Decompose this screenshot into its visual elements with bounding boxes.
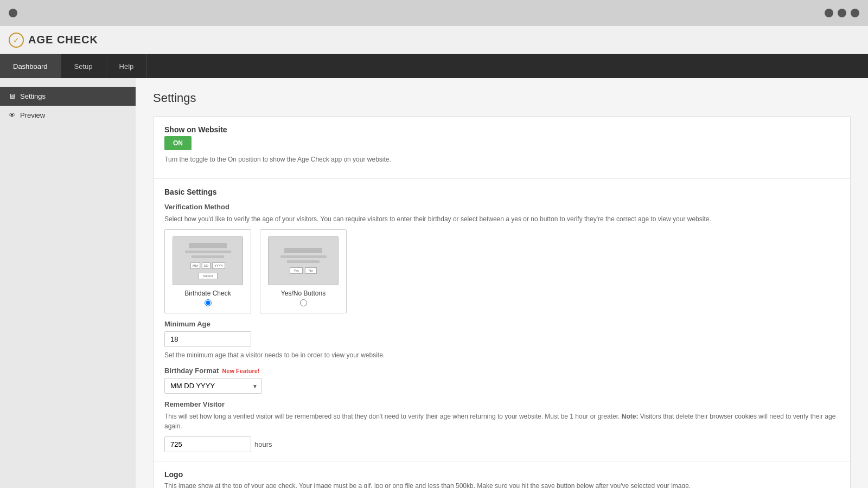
birthday-format-section: Birthday Format New Feature! MM DD YYYY …: [164, 367, 839, 394]
traffic-light-1[interactable]: [825, 9, 833, 17]
logo-section: Logo This image show at the top of your …: [154, 461, 850, 488]
verification-method: Verification Method Select how you'd lik…: [164, 203, 839, 313]
yes-no-radio[interactable]: [300, 299, 307, 306]
basic-settings-section: Basic Settings Verification Method Selec…: [154, 179, 850, 461]
show-on-website-section: Show on Website ON Turn the toggle to th…: [154, 117, 850, 179]
preview-mm: MM: [190, 262, 200, 269]
verification-options: MM DD YYYY Submit Birthdate Check: [164, 229, 839, 313]
top-bar-left: [9, 9, 17, 17]
minimum-age-desc: Set the minimum age that a visitor needs…: [164, 350, 839, 360]
nav-item-dashboard[interactable]: Dashboard: [0, 54, 61, 78]
traffic-light-2[interactable]: [838, 9, 846, 17]
preview-dd: DD: [202, 262, 211, 269]
sidebar-item-preview[interactable]: 👁 Preview: [0, 106, 136, 125]
preview-title-bar-2: [284, 248, 322, 253]
logo-bar: ✓ AGE CHECK: [0, 26, 868, 54]
sidebar-item-settings-label: Settings: [20, 92, 46, 100]
preview-yyyy: YYYY: [212, 262, 225, 269]
traffic-light-close[interactable]: [9, 9, 17, 17]
preview-text-line: [185, 251, 231, 253]
birthdate-check-option[interactable]: MM DD YYYY Submit Birthdate Check: [164, 229, 251, 313]
remember-visitor-input-group: hours: [164, 436, 839, 452]
logo-icon: ✓: [9, 33, 24, 48]
preview-text-short: [192, 255, 224, 258]
birthday-format-select[interactable]: MM DD YYYY DD MM YYYY YYYY MM DD: [164, 378, 262, 394]
preview-icon: 👁: [9, 111, 16, 119]
logo-container: ✓ AGE CHECK: [9, 33, 98, 48]
top-bar: [0, 0, 868, 26]
nav-item-help[interactable]: Help: [106, 54, 148, 78]
preview-text-short-2: [287, 260, 320, 263]
yes-no-preview: Yes No: [268, 236, 339, 285]
preview-text-line-2: [280, 255, 327, 258]
new-feature-badge: New Feature!: [222, 368, 259, 374]
minimum-age-section: Minimum Age Set the minimum age that a v…: [164, 320, 839, 360]
remember-visitor-input[interactable]: [164, 436, 251, 452]
minimum-age-input[interactable]: [164, 331, 251, 347]
birthdate-check-radio[interactable]: [205, 299, 212, 306]
logo-text: AGE CHECK: [28, 34, 98, 46]
sidebar-item-settings[interactable]: 🖥 Settings: [0, 87, 136, 106]
page-title: Settings: [153, 91, 851, 105]
nav-item-setup[interactable]: Setup: [61, 54, 106, 78]
birthday-format-header: Birthday Format New Feature!: [164, 367, 839, 375]
verification-method-desc: Select how you'd like to verify the age …: [164, 214, 839, 224]
yes-no-label: Yes/No Buttons: [281, 290, 326, 297]
show-on-website-toggle[interactable]: ON: [164, 136, 192, 150]
remember-visitor-desc: This will set how long a verified visito…: [164, 412, 839, 431]
birthdate-check-preview: MM DD YYYY Submit: [173, 236, 243, 285]
show-on-website-title: Show on Website: [164, 125, 839, 134]
settings-icon: 🖥: [9, 92, 16, 100]
top-bar-right: [825, 9, 859, 17]
remember-visitor-section: Remember Visitor This will set how long …: [164, 400, 839, 452]
verification-method-label: Verification Method: [164, 203, 839, 211]
birthday-format-label: Birthday Format: [164, 367, 219, 375]
birthday-format-select-wrapper: MM DD YYYY DD MM YYYY YYYY MM DD ▼: [164, 378, 262, 394]
birthdate-check-label: Birthdate Check: [184, 290, 231, 297]
traffic-light-3[interactable]: [851, 9, 859, 17]
preview-yes: Yes: [290, 267, 303, 274]
show-on-website-desc: Turn the toggle to the On position to sh…: [164, 155, 839, 164]
preview-yes-no: Yes No: [290, 267, 316, 274]
logo-section-desc: This image show at the top of your age c…: [164, 481, 839, 488]
preview-no: No: [305, 267, 317, 274]
main-content: Settings Show on Website ON Turn the tog…: [136, 78, 868, 488]
remember-visitor-suffix: hours: [254, 440, 272, 448]
remember-visitor-note-label: Note:: [622, 413, 639, 420]
remember-visitor-label: Remember Visitor: [164, 400, 839, 408]
sidebar: 🖥 Settings 👁 Preview: [0, 78, 136, 488]
preview-date-fields: MM DD YYYY: [190, 262, 226, 269]
preview-title-bar: [189, 243, 227, 248]
preview-submit: Submit: [198, 273, 218, 279]
minimum-age-label: Minimum Age: [164, 320, 839, 328]
yes-no-option[interactable]: Yes No Yes/No Buttons: [260, 229, 347, 313]
settings-section: Show on Website ON Turn the toggle to th…: [153, 116, 851, 488]
main-layout: 🖥 Settings 👁 Preview Settings Show on We…: [0, 78, 868, 488]
logo-section-title: Logo: [164, 470, 839, 479]
basic-settings-title: Basic Settings: [164, 188, 839, 196]
nav-bar: Dashboard Setup Help: [0, 54, 868, 78]
sidebar-item-preview-label: Preview: [20, 111, 45, 119]
